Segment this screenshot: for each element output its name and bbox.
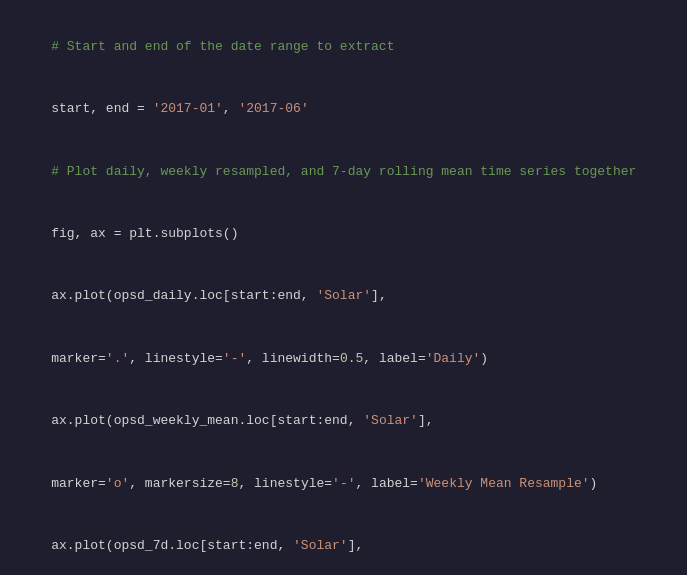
code-default-8a: marker=	[51, 476, 106, 491]
code-line-5: ax.plot(opsd_daily.loc[start:end, 'Solar…	[20, 266, 667, 328]
code-line-2: start, end = '2017-01', '2017-06'	[20, 78, 667, 140]
code-string-8c: 'Weekly Mean Resample'	[418, 476, 590, 491]
code-string-8b: '-'	[332, 476, 355, 491]
code-string-2b: '2017-06'	[238, 101, 308, 116]
code-default-8b: , markersize=	[129, 476, 230, 491]
code-default-2b: ,	[223, 101, 239, 116]
code-string-2a: '2017-01'	[153, 101, 223, 116]
code-default-7a: ax.plot(opsd_weekly_mean.loc[start:end,	[51, 413, 363, 428]
code-default-8d: , label=	[356, 476, 418, 491]
code-default-8e: )	[590, 476, 598, 491]
code-line-7: ax.plot(opsd_weekly_mean.loc[start:end, …	[20, 390, 667, 452]
code-string-6b: '-'	[223, 351, 246, 366]
code-default-5b: ],	[371, 288, 387, 303]
code-string-6c: 'Daily'	[426, 351, 481, 366]
code-string-7: 'Solar'	[363, 413, 418, 428]
code-default-8c: , linestyle=	[238, 476, 332, 491]
code-line-6: marker='.', linestyle='-', linewidth=0.5…	[20, 328, 667, 390]
code-string-8a: 'o'	[106, 476, 129, 491]
code-number-6: 0.5	[340, 351, 363, 366]
code-default-6c: , linewidth=	[246, 351, 340, 366]
code-default-6a: marker=	[51, 351, 106, 366]
comment-1: # Start and end of the date range to ext…	[51, 39, 394, 54]
code-line-8: marker='o', markersize=8, linestyle='-',…	[20, 453, 667, 515]
code-default-6d: , label=	[363, 351, 425, 366]
code-default-6e: )	[480, 351, 488, 366]
code-default-6b: , linestyle=	[129, 351, 223, 366]
code-string-9: 'Solar'	[293, 538, 348, 553]
code-line-1: # Start and end of the date range to ext…	[20, 16, 667, 78]
code-line-3: # Plot daily, weekly resampled, and 7-da…	[20, 141, 667, 203]
code-default-2a: start, end =	[51, 101, 152, 116]
code-default-7b: ],	[418, 413, 434, 428]
code-default-4: fig, ax = plt.subplots()	[51, 226, 238, 241]
code-line-9: ax.plot(opsd_7d.loc[start:end, 'Solar'],	[20, 515, 667, 575]
code-default-5: ax.plot(opsd_daily.loc[start:end,	[51, 288, 316, 303]
code-line-4: fig, ax = plt.subplots()	[20, 203, 667, 265]
comment-3: # Plot daily, weekly resampled, and 7-da…	[51, 164, 636, 179]
code-string-6a: '.'	[106, 351, 129, 366]
code-default-9b: ],	[348, 538, 364, 553]
code-block: # Start and end of the date range to ext…	[0, 0, 687, 575]
code-string-5: 'Solar'	[316, 288, 371, 303]
code-default-9a: ax.plot(opsd_7d.loc[start:end,	[51, 538, 293, 553]
